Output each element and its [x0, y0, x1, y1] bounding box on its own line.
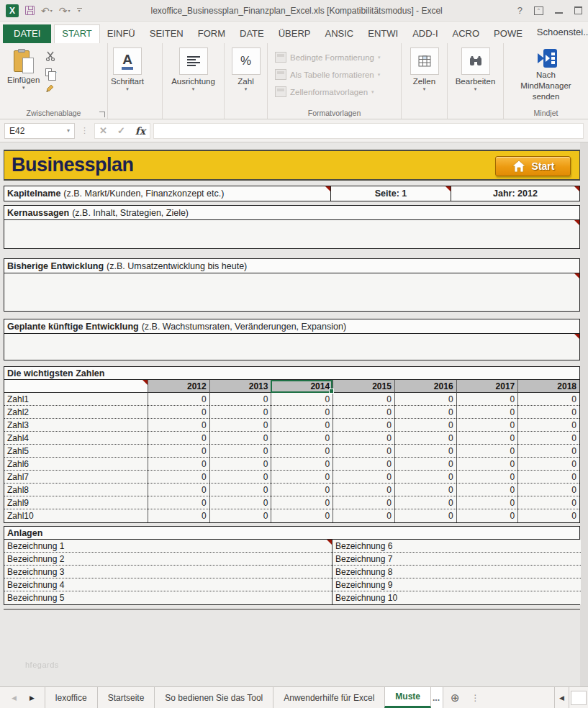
insert-function-icon[interactable]: fx: [135, 125, 145, 137]
ribbon-tab-start[interactable]: START: [54, 24, 99, 43]
sheet-tab-options-icon[interactable]: ⋮: [467, 687, 484, 708]
value-cell-zahl4-2013[interactable]: 0: [209, 432, 271, 445]
geplante-entwicklung-input-area[interactable]: [4, 334, 580, 360]
redo-icon[interactable]: ↷▾: [59, 5, 71, 17]
start-button[interactable]: Start: [495, 156, 571, 176]
geplante-entwicklung-header[interactable]: Geplante künftige Entwicklung (z.B. Wach…: [4, 319, 580, 334]
row-label-zahl2[interactable]: Zahl2: [4, 406, 148, 419]
value-cell-zahl9-2018[interactable]: 0: [517, 496, 579, 509]
row-label-zahl1[interactable]: Zahl1: [4, 393, 148, 406]
value-cell-zahl2-2014[interactable]: 0: [271, 406, 333, 419]
kernaussagen-header[interactable]: Kernaussagen (z.B. Inhalt, Strategien, Z…: [4, 205, 580, 220]
sheet-tab-anwenderhilfe-f-r-excel[interactable]: Anwenderhilfe für Excel: [273, 687, 384, 708]
value-cell-zahl2-2018[interactable]: 0: [517, 406, 579, 419]
row-label-zahl5[interactable]: Zahl5: [4, 445, 148, 458]
value-cell-zahl8-2016[interactable]: 0: [394, 484, 456, 496]
anlagen-cell-2[interactable]: Bezeichnung 2: [4, 553, 332, 566]
year-header-cell-2017[interactable]: 2017: [456, 380, 518, 393]
seite-cell[interactable]: Seite: 1: [331, 186, 451, 201]
customize-qat-icon[interactable]: ▾: [77, 8, 82, 13]
value-cell-zahl5-2018[interactable]: 0: [517, 445, 579, 458]
value-cell-zahl7-2017[interactable]: 0: [456, 471, 518, 484]
number-format-button[interactable]: % Zahl ▾: [227, 46, 264, 107]
value-cell-zahl7-2012[interactable]: 0: [148, 471, 209, 484]
conditional-formatting-button[interactable]: Bedingte Formatierung▾: [275, 50, 381, 64]
value-cell-zahl6-2016[interactable]: 0: [394, 458, 456, 471]
formula-input[interactable]: [153, 123, 584, 139]
value-cell-zahl8-2012[interactable]: 0: [148, 484, 209, 496]
anlagen-cell-4[interactable]: Bezeichnung 4: [4, 578, 332, 591]
value-cell-zahl10-2017[interactable]: 0: [456, 509, 518, 522]
value-cell-zahl2-2016[interactable]: 0: [394, 406, 456, 419]
scroll-left-icon[interactable]: ◀: [555, 687, 569, 708]
value-cell-zahl5-2012[interactable]: 0: [148, 445, 209, 458]
mindmanager-send-button[interactable]: Nach MindManager senden: [507, 46, 585, 107]
value-cell-zahl1-2017[interactable]: 0: [456, 393, 518, 406]
format-painter-button[interactable]: [45, 82, 56, 94]
cut-button[interactable]: [45, 50, 56, 62]
sheet-tab-muste[interactable]: Muste: [384, 687, 431, 708]
value-cell-zahl4-2015[interactable]: 0: [333, 432, 394, 445]
sheet-tab-startseite[interactable]: Startseite: [97, 687, 155, 708]
enter-icon[interactable]: ✓: [117, 125, 125, 136]
value-cell-zahl8-2014[interactable]: 0: [271, 484, 333, 496]
cell-styles-button[interactable]: Zellenformatvorlagen▾: [275, 85, 381, 99]
name-box[interactable]: E42 ▾: [4, 123, 75, 139]
paste-button[interactable]: Einfügen ▾: [3, 46, 44, 107]
value-cell-zahl8-2018[interactable]: 0: [517, 484, 579, 496]
value-cell-zahl10-2012[interactable]: 0: [148, 509, 209, 522]
row-label-zahl10[interactable]: Zahl10: [4, 509, 148, 522]
value-cell-zahl1-2014[interactable]: 0: [271, 393, 333, 406]
value-cell-zahl3-2015[interactable]: 0: [333, 419, 394, 432]
help-icon[interactable]: ?: [517, 6, 523, 16]
save-icon[interactable]: [25, 6, 35, 15]
value-cell-zahl3-2016[interactable]: 0: [394, 419, 456, 432]
editing-button[interactable]: Bearbeiten ▾: [451, 46, 500, 107]
value-cell-zahl6-2018[interactable]: 0: [517, 458, 579, 471]
sheet-nav-prev-icon[interactable]: ◀: [12, 694, 17, 702]
kernaussagen-input-area[interactable]: [4, 220, 580, 249]
ribbon-tab-powe[interactable]: POWE: [487, 24, 530, 43]
value-cell-zahl8-2015[interactable]: 0: [333, 484, 394, 496]
value-cell-zahl7-2013[interactable]: 0: [209, 471, 271, 484]
anlagen-cell-7[interactable]: Bezeichnung 7: [332, 553, 581, 566]
maximize-icon[interactable]: [574, 6, 582, 14]
year-header-cell-2013[interactable]: 2013: [209, 380, 271, 393]
anlagen-cell-6[interactable]: Bezeichnung 6: [332, 540, 581, 553]
numbers-header-label-cell[interactable]: [4, 380, 148, 393]
value-cell-zahl2-2015[interactable]: 0: [333, 406, 394, 419]
value-cell-zahl3-2012[interactable]: 0: [148, 419, 209, 432]
cells-button[interactable]: Zellen ▾: [404, 46, 444, 107]
value-cell-zahl5-2017[interactable]: 0: [456, 445, 518, 458]
anlagen-cell-3[interactable]: Bezeichnung 3: [4, 566, 332, 578]
bisherige-entwicklung-header[interactable]: Bisherige Entwicklung (z.B. Umsatzentwic…: [4, 258, 580, 273]
anlagen-cell-1[interactable]: Bezeichnung 1: [4, 540, 332, 553]
value-cell-zahl1-2016[interactable]: 0: [394, 393, 456, 406]
value-cell-zahl3-2013[interactable]: 0: [209, 419, 271, 432]
ribbon-tab-seiten[interactable]: SEITEN: [143, 24, 191, 43]
clipboard-dialog-launcher-icon[interactable]: [99, 112, 105, 117]
value-cell-zahl10-2013[interactable]: 0: [209, 509, 271, 522]
value-cell-zahl1-2013[interactable]: 0: [209, 393, 271, 406]
row-label-zahl8[interactable]: Zahl8: [4, 484, 148, 496]
value-cell-zahl7-2014[interactable]: 0: [271, 471, 333, 484]
bisherige-entwicklung-input-area[interactable]: [4, 273, 580, 312]
value-cell-zahl9-2017[interactable]: 0: [456, 496, 518, 509]
value-cell-zahl9-2013[interactable]: 0: [209, 496, 271, 509]
cancel-icon[interactable]: ✕: [99, 125, 107, 136]
value-cell-zahl3-2017[interactable]: 0: [456, 419, 518, 432]
anlagen-cell-5[interactable]: Bezeichnung 5: [4, 591, 332, 604]
row-label-zahl9[interactable]: Zahl9: [4, 496, 148, 509]
value-cell-zahl2-2013[interactable]: 0: [209, 406, 271, 419]
value-cell-zahl5-2015[interactable]: 0: [333, 445, 394, 458]
value-cell-zahl9-2015[interactable]: 0: [333, 496, 394, 509]
anlagen-cell-9[interactable]: Bezeichnung 9: [332, 578, 581, 591]
user-account[interactable]: Schoenstei... ▾: [530, 23, 588, 43]
year-header-cell-2018[interactable]: 2018: [517, 380, 579, 393]
value-cell-zahl4-2018[interactable]: 0: [517, 432, 579, 445]
ribbon-tab-date[interactable]: DATE: [232, 24, 271, 43]
value-cell-zahl3-2014[interactable]: 0: [271, 419, 333, 432]
font-button[interactable]: A Schriftart ▾: [111, 46, 144, 107]
undo-icon[interactable]: ↶▾: [41, 5, 53, 17]
name-box-dropdown-icon[interactable]: ▾: [67, 127, 70, 134]
